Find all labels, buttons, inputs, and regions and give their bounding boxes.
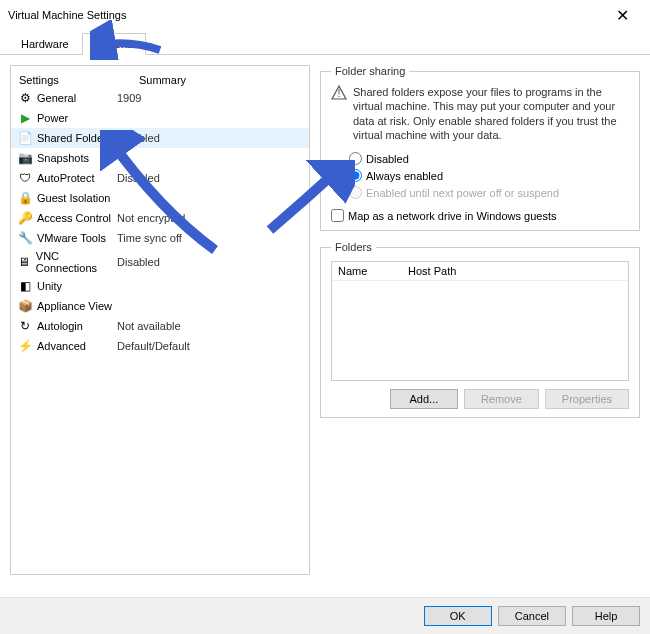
- warning-text: Shared folders expose your files to prog…: [353, 85, 629, 142]
- autologin-icon: ↻: [17, 318, 33, 334]
- folder-sharing-legend: Folder sharing: [331, 65, 409, 77]
- settings-list: Settings Summary ⚙General1909▶Power📄Shar…: [10, 65, 310, 575]
- folders-group: Folders Name Host Path Add... Remove Pro…: [320, 241, 640, 418]
- camera-icon: 📷: [17, 150, 33, 166]
- advanced-icon: ⚡: [17, 338, 33, 354]
- svg-text:!: !: [337, 87, 340, 99]
- key-icon: 🔑: [17, 210, 33, 226]
- settings-item-appliance-view[interactable]: 📦Appliance View: [11, 296, 309, 316]
- settings-item-label: Guest Isolation: [37, 192, 110, 204]
- settings-item-label: VMware Tools: [37, 232, 106, 244]
- settings-item-label: Snapshots: [37, 152, 89, 164]
- shield-icon: 🛡: [17, 170, 33, 186]
- settings-item-access-control[interactable]: 🔑Access ControlNot encrypted: [11, 208, 309, 228]
- settings-item-autologin[interactable]: ↻AutologinNot available: [11, 316, 309, 336]
- settings-item-summary: 1909: [117, 92, 303, 104]
- settings-item-summary: Disabled: [117, 132, 303, 144]
- radio-always[interactable]: [349, 169, 362, 182]
- radio-disabled-row[interactable]: Disabled: [331, 150, 629, 167]
- unity-icon: ◧: [17, 278, 33, 294]
- settings-item-autoprotect[interactable]: 🛡AutoProtectDisabled: [11, 168, 309, 188]
- map-drive-row[interactable]: Map as a network drive in Windows guests: [331, 209, 629, 222]
- settings-item-label: Autologin: [37, 320, 83, 332]
- appliance-icon: 📦: [17, 298, 33, 314]
- settings-item-summary: Not available: [117, 320, 303, 332]
- folder-icon: 📄: [17, 130, 33, 146]
- play-icon: ▶: [17, 110, 33, 126]
- settings-item-summary: Default/Default: [117, 340, 303, 352]
- radio-always-label: Always enabled: [366, 170, 443, 182]
- close-button[interactable]: ✕: [602, 3, 642, 27]
- settings-item-label: General: [37, 92, 76, 104]
- list-header: Settings Summary: [11, 72, 309, 88]
- cancel-button[interactable]: Cancel: [498, 606, 566, 626]
- tab-hardware[interactable]: Hardware: [8, 33, 82, 55]
- settings-item-label: VNC Connections: [36, 250, 117, 274]
- header-settings: Settings: [19, 74, 139, 86]
- map-drive-checkbox[interactable]: [331, 209, 344, 222]
- settings-item-general[interactable]: ⚙General1909: [11, 88, 309, 108]
- radio-poweroff-row: Enabled until next power off or suspend: [331, 184, 629, 201]
- settings-item-summary: Disabled: [117, 256, 303, 268]
- settings-item-summary: Time sync off: [117, 232, 303, 244]
- add-button[interactable]: Add...: [390, 389, 458, 409]
- folders-legend: Folders: [331, 241, 376, 253]
- settings-item-vnc-connections[interactable]: 🖥VNC ConnectionsDisabled: [11, 248, 309, 276]
- radio-disabled[interactable]: [349, 152, 362, 165]
- settings-item-advanced[interactable]: ⚡AdvancedDefault/Default: [11, 336, 309, 356]
- map-drive-label: Map as a network drive in Windows guests: [348, 210, 556, 222]
- folders-list[interactable]: Name Host Path: [331, 261, 629, 381]
- settings-item-label: Power: [37, 112, 68, 124]
- settings-item-label: Access Control: [37, 212, 111, 224]
- settings-item-label: AutoProtect: [37, 172, 94, 184]
- settings-item-guest-isolation[interactable]: 🔒Guest Isolation: [11, 188, 309, 208]
- properties-button: Properties: [545, 389, 629, 409]
- tab-options[interactable]: Options: [82, 33, 146, 55]
- ok-button[interactable]: OK: [424, 606, 492, 626]
- settings-item-power[interactable]: ▶Power: [11, 108, 309, 128]
- settings-item-shared-folders[interactable]: 📄Shared FoldersDisabled: [11, 128, 309, 148]
- radio-disabled-label: Disabled: [366, 153, 409, 165]
- window-title: Virtual Machine Settings: [8, 9, 602, 21]
- settings-item-unity[interactable]: ◧Unity: [11, 276, 309, 296]
- lock-icon: 🔒: [17, 190, 33, 206]
- settings-item-label: Shared Folders: [37, 132, 112, 144]
- settings-item-summary: Disabled: [117, 172, 303, 184]
- titlebar: Virtual Machine Settings ✕: [0, 0, 650, 30]
- folders-col-hostpath[interactable]: Host Path: [408, 265, 622, 277]
- radio-poweroff: [349, 186, 362, 199]
- settings-item-vmware-tools[interactable]: 🔧VMware ToolsTime sync off: [11, 228, 309, 248]
- header-summary: Summary: [139, 74, 301, 86]
- vnc-icon: 🖥: [17, 254, 32, 270]
- radio-poweroff-label: Enabled until next power off or suspend: [366, 187, 559, 199]
- settings-item-summary: Not encrypted: [117, 212, 303, 224]
- folder-sharing-group: Folder sharing ! Shared folders expose y…: [320, 65, 640, 231]
- folders-col-name[interactable]: Name: [338, 265, 408, 277]
- tools-icon: 🔧: [17, 230, 33, 246]
- settings-item-label: Unity: [37, 280, 62, 292]
- tabs: Hardware Options: [0, 32, 650, 55]
- remove-button: Remove: [464, 389, 539, 409]
- radio-always-row[interactable]: Always enabled: [331, 167, 629, 184]
- help-button[interactable]: Help: [572, 606, 640, 626]
- warning-icon: !: [331, 85, 347, 101]
- bottom-bar: OK Cancel Help: [0, 597, 650, 634]
- settings-item-snapshots[interactable]: 📷Snapshots: [11, 148, 309, 168]
- settings-item-label: Appliance View: [37, 300, 112, 312]
- settings-item-label: Advanced: [37, 340, 86, 352]
- gear-icon: ⚙: [17, 90, 33, 106]
